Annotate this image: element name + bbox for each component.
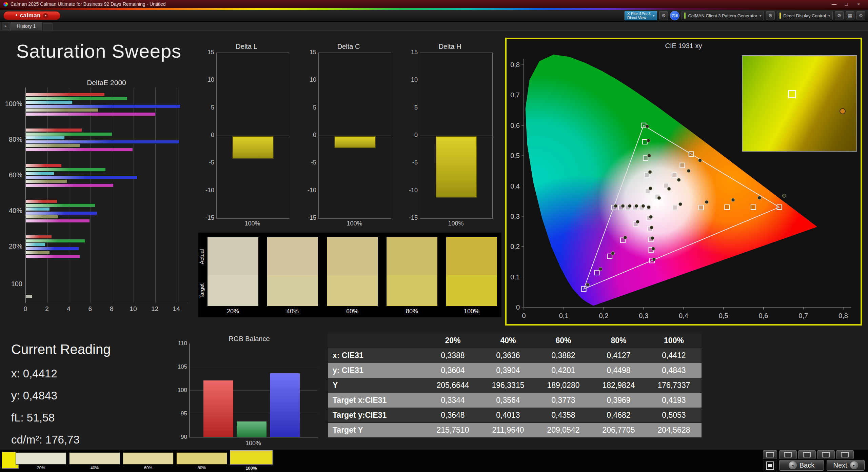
bottom-swatch-40%[interactable] [69,452,120,465]
y-tick-label: 0 [201,132,214,139]
bar [26,200,57,203]
y-tick-label: 110 [176,340,187,347]
bar [26,133,112,136]
page-title: Saturation Sweeps [16,40,181,62]
pattern-generator-dropdown[interactable]: CalMAN Client 3 Pattern Generator ▾ [682,11,764,20]
bottom-swatch-label: 60% [123,466,174,470]
pattern-window-button[interactable] [763,450,777,459]
pattern-size-button-3[interactable] [817,450,835,459]
table-value-cell: 0,4498 [591,363,646,378]
bottom-swatch-label: 40% [69,466,120,470]
y-tick-label: 5 [303,104,316,111]
svg-text:0,7: 0,7 [510,91,520,99]
monitor-icon [766,452,774,457]
reading-x: x: 0,4412 [11,367,111,380]
target-square [699,205,704,210]
pattern-fullfield-button[interactable] [763,460,777,471]
app-icon [3,2,8,6]
measured-dot [649,215,652,219]
meter-dropdown[interactable]: X-Rite i1Pro 3 Direct View ▾ [625,11,657,20]
bar [26,247,79,250]
bottom-swatch-label: 20% [16,466,66,470]
tab-bar: ▸ History 1 [0,22,868,31]
swatch-column-label: 80% [387,308,437,315]
svg-text:0,5: 0,5 [510,152,520,159]
measured-dot [783,194,786,197]
target-square [751,205,756,210]
swatch-column-label: 40% [267,308,318,315]
bar [26,168,105,171]
monitor-icon [841,452,849,457]
new-tab-button[interactable] [43,23,53,30]
pattern-size-button-4[interactable] [836,450,854,459]
table-value-cell: 0,3969 [591,393,646,408]
tab-history-1[interactable]: History 1 [11,22,42,30]
chevron-down-icon: ▾ [43,13,48,18]
maximize-button[interactable]: □ [840,1,852,7]
swatch-column-label: 100% [446,308,497,315]
workspace-icon[interactable]: ▦ [846,11,854,20]
bar [26,295,32,298]
deltae2000-y-labels: 100%80%60%40%20%100 [0,87,22,303]
y-tick-label: -15 [201,214,214,221]
measured-dot [651,236,654,240]
minimize-button[interactable]: — [828,1,840,7]
target-square [643,139,647,144]
next-button[interactable]: Next ▸ [827,460,865,471]
chevron-down-icon: ▾ [653,14,654,18]
table-value-cell: 189,0280 [536,378,591,393]
meter-count-badge: 716 [670,11,679,20]
bottom-swatch-80%[interactable] [176,452,227,465]
measured-dot [687,169,690,173]
display-settings-gear-icon[interactable]: ⚙ [835,11,844,20]
bar [26,97,127,100]
delta-c-plot [318,53,391,219]
calman-logo-icon: * [16,13,18,19]
back-button[interactable]: ◂ Back [779,460,824,471]
rgb-balance-x-label: 100% [189,440,317,447]
tab-scroll-left-icon[interactable]: ▸ [2,22,9,29]
y-tick-label: -15 [303,214,316,221]
meter-settings-gear-icon[interactable]: ⚙ [659,11,668,20]
table-value-cell: 196,3315 [480,378,536,393]
actual-swatch [387,237,437,275]
table-value-cell: 176,7337 [646,378,702,393]
calman-menu-button[interactable]: * calman ▾ [3,11,60,20]
deltae2000-chart: DeltaE 2000 100%80%60%40%20%100 02468101… [0,79,197,321]
bottom-swatch-60%[interactable] [123,452,174,465]
window-square-inner [768,464,772,467]
measured-dot [647,205,650,209]
settings-gear-icon[interactable]: ⚙ [856,11,865,20]
bar [26,239,85,242]
group-label: 100 [0,280,22,288]
delta-h-title: Delta H [404,43,496,51]
measured-dot [705,200,708,204]
measured-dot [646,124,649,128]
pattern-settings-gear-icon[interactable]: ⚙ [766,11,775,20]
gridline [177,87,177,303]
measured-dot [621,204,625,208]
group-label: 60% [0,171,22,179]
pattern-size-button-1[interactable] [779,450,797,459]
measured-dot [624,236,627,239]
window-controls: — □ × [828,1,865,7]
display-control-dropdown[interactable]: Direct Display Control ▾ [777,11,833,20]
svg-text:0,4: 0,4 [679,312,688,319]
close-button[interactable]: × [852,1,865,7]
svg-text:0,1: 0,1 [510,273,520,281]
y-tick-label: 95 [176,410,187,417]
pattern-size-button-2[interactable] [798,450,816,459]
target-swatch [327,275,378,306]
current-reading-title: Current Reading [11,342,111,357]
meter-name: X-Rite i1Pro 3 [627,12,650,16]
bar [334,136,376,148]
bottom-swatch-100%[interactable] [230,450,273,465]
calman-app-window: Calman 2025 Calman Ultimate for Business… [0,0,868,472]
measured-dot [642,204,645,208]
chevron-down-icon: ▾ [760,14,761,18]
table-value-cell: 205,6644 [425,378,480,393]
y-tick-label: 10 [303,76,316,83]
swatch-column-label: 60% [327,308,378,315]
bottom-swatch-20%[interactable] [16,452,66,465]
measured-dot [628,204,631,208]
